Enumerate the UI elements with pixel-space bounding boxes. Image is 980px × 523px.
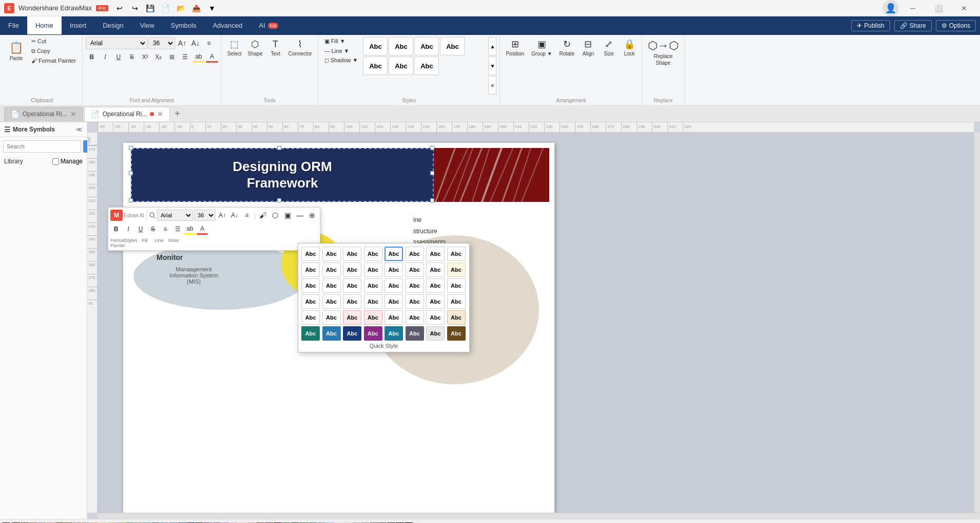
options-button[interactable]: ⚙ Options — [936, 20, 976, 31]
qs-r2c5[interactable]: Abc — [385, 263, 403, 277]
qs-r4c7[interactable]: Abc — [426, 294, 445, 309]
qs-r1c4[interactable]: Abc — [364, 247, 382, 261]
replace-shape-button[interactable]: ⬡→⬡ Replace Shape — [645, 37, 681, 72]
size-btn[interactable]: ⤢ Size — [600, 37, 618, 58]
underline-btn[interactable]: U — [112, 51, 125, 63]
qs-r4c1[interactable]: Abc — [301, 294, 320, 309]
qs-r4c3[interactable]: Abc — [343, 294, 361, 309]
float-align[interactable]: ≡ — [241, 210, 253, 221]
font-increase-btn[interactable]: A↑ — [176, 38, 188, 49]
qs-r1c2[interactable]: Abc — [322, 247, 341, 261]
qs-r1c6[interactable]: Abc — [406, 247, 424, 261]
qs-r2c2[interactable]: Abc — [322, 263, 341, 277]
menu-ai[interactable]: AI hot — [251, 16, 286, 34]
qs-r6c3[interactable]: Abc — [343, 326, 361, 341]
shadow-btn[interactable]: ◻ Shadow ▼ — [321, 56, 361, 65]
canvas-area[interactable]: -60 -50 -40 -30 -20 -10 0 10 20 30 40 50… — [87, 122, 980, 519]
float-bold[interactable]: B — [110, 223, 122, 235]
qs-r4c8[interactable]: Abc — [447, 294, 466, 309]
style-box-5[interactable]: Abc — [363, 57, 388, 75]
qs-r5c1[interactable]: Abc — [301, 310, 320, 325]
qs-r1c1[interactable]: Abc — [301, 247, 320, 261]
scrollbar-horizontal[interactable] — [98, 513, 980, 519]
font-decrease-btn[interactable]: A↓ — [189, 38, 202, 49]
style-box-1[interactable]: Abc — [363, 37, 388, 55]
menu-design[interactable]: Design — [94, 16, 131, 34]
qs-r6c4[interactable]: Abc — [364, 326, 382, 341]
menu-file[interactable]: File — [0, 16, 27, 34]
qs-r2c3[interactable]: Abc — [343, 263, 361, 277]
qs-r5c4[interactable]: Abc — [364, 310, 382, 325]
float-italic[interactable]: I — [123, 223, 134, 235]
maximize-button[interactable]: ⬜ — [927, 0, 950, 16]
user-avatar[interactable]: 👤 — [882, 0, 899, 16]
qs-r4c2[interactable]: Abc — [322, 294, 341, 309]
menu-advanced[interactable]: Advanced — [204, 16, 251, 34]
font-face-select[interactable]: Arial — [86, 37, 147, 49]
qs-r6c8[interactable]: Abc — [447, 326, 466, 341]
tab-2-close[interactable]: ✕ — [157, 110, 163, 118]
styles-expand[interactable]: ≡ — [488, 76, 496, 95]
qs-r3c6[interactable]: Abc — [406, 278, 424, 293]
qs-r5c2[interactable]: Abc — [322, 310, 341, 325]
copy-button[interactable]: ⧉ Copy — [28, 47, 79, 55]
style-box-6[interactable]: Abc — [389, 57, 413, 75]
doc-tab-2[interactable]: 📄 Operational Ri... ✕ — [84, 107, 170, 121]
qs-r1c8[interactable]: Abc — [447, 247, 466, 261]
qs-r3c4[interactable]: Abc — [364, 278, 382, 293]
open-button[interactable]: 📂 — [174, 2, 188, 14]
qs-r2c4[interactable]: Abc — [364, 263, 382, 277]
new-button[interactable]: 📄 — [159, 2, 173, 14]
menu-view[interactable]: View — [132, 16, 163, 34]
qs-r3c1[interactable]: Abc — [301, 278, 320, 293]
float-strike[interactable]: S — [147, 223, 159, 235]
float-list-bul[interactable]: ☰ — [172, 223, 183, 235]
qs-r2c6[interactable]: Abc — [406, 263, 424, 277]
close-button[interactable]: ✕ — [952, 0, 976, 16]
menu-symbols[interactable]: Symbols — [163, 16, 205, 34]
qs-r2c1[interactable]: Abc — [301, 263, 320, 277]
float-list-ord[interactable]: ≡ — [160, 223, 171, 235]
qs-r5c5[interactable]: Abc — [385, 310, 403, 325]
align-btn2[interactable]: ⊟ Align — [579, 37, 598, 58]
bold-btn[interactable]: B — [86, 51, 98, 63]
style-box-7[interactable]: Abc — [414, 57, 439, 75]
line-btn[interactable]: — Line ▼ — [321, 47, 361, 55]
position-btn[interactable]: ⊞ Position — [503, 37, 527, 58]
float-size-select[interactable]: 36 — [194, 210, 216, 221]
lock-btn[interactable]: 🔒 Lock — [620, 37, 639, 58]
float-font-inc[interactable]: A↑ — [217, 210, 228, 221]
qs-r3c7[interactable]: Abc — [426, 278, 445, 293]
list-btn[interactable]: ☰ — [179, 51, 191, 63]
qs-r3c8[interactable]: Abc — [447, 278, 466, 293]
undo-button[interactable]: ↩ — [112, 2, 127, 14]
style-box-4[interactable]: Abc — [440, 37, 465, 55]
qs-r5c8[interactable]: Abc — [447, 310, 466, 325]
qs-r5c3[interactable]: Abc — [343, 310, 361, 325]
qs-r2c8[interactable]: Abc — [447, 263, 466, 277]
shape-button[interactable]: ⬡ Shape — [245, 37, 265, 58]
float-more-btn[interactable]: ⊕ — [306, 210, 318, 221]
float-line-btn[interactable]: — — [294, 210, 305, 221]
redo-button[interactable]: ↪ — [128, 2, 142, 14]
menu-insert[interactable]: Insert — [62, 16, 95, 34]
qs-r5c7[interactable]: Abc — [426, 310, 445, 325]
float-font-dec[interactable]: A↓ — [229, 210, 240, 221]
indent-btn[interactable]: ⊞ — [166, 51, 178, 63]
qs-r6c7[interactable]: Abc — [426, 326, 445, 341]
qs-r2c7[interactable]: Abc — [426, 263, 445, 277]
styles-scroll-down[interactable]: ▼ — [488, 57, 496, 75]
qs-r6c1[interactable]: Abc — [301, 326, 320, 341]
publish-button[interactable]: ✈ Publish — [851, 20, 890, 31]
menu-home[interactable]: Home — [27, 16, 62, 34]
add-tab-button[interactable]: + — [171, 108, 183, 120]
float-format-painter[interactable]: 🖌 — [257, 210, 268, 221]
qs-r6c6[interactable]: Abc — [406, 326, 424, 341]
cut-button[interactable]: ✂ Cut — [28, 37, 79, 46]
qs-r3c2[interactable]: Abc — [322, 278, 341, 293]
sidebar-search-input[interactable] — [3, 140, 81, 153]
float-fill-btn[interactable]: ▣ — [282, 210, 293, 221]
format-painter-button[interactable]: 🖌 Format Painter — [28, 57, 79, 65]
italic-btn[interactable]: I — [99, 51, 111, 63]
qs-r4c6[interactable]: Abc — [406, 294, 424, 309]
